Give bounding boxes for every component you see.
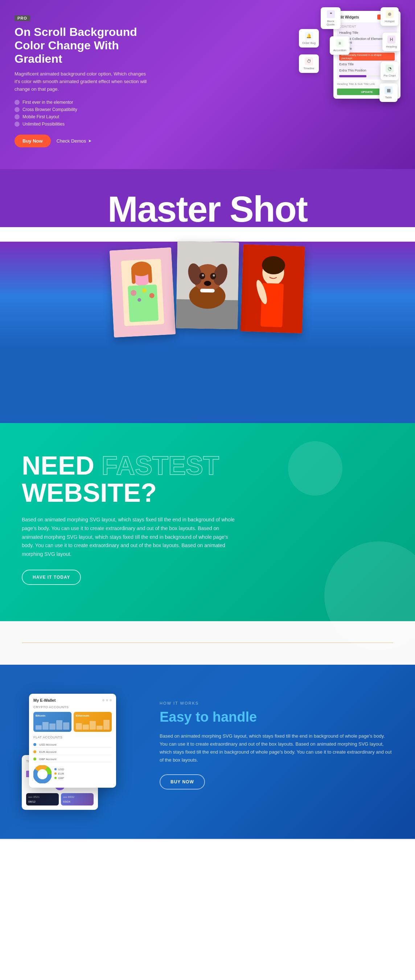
hero-content: PRO On Scroll Background Color Change Wi… [14, 14, 153, 147]
dark-card: •••• 4521 08/12 [26, 793, 59, 805]
legend-dot [54, 772, 57, 775]
photo-image-3 [240, 244, 305, 333]
crypto-chart [35, 719, 69, 730]
feature-item: Mobile First Layout [14, 114, 153, 119]
feature-item: Cross Browser Compatibility [14, 107, 153, 112]
svg-rect-9 [131, 269, 136, 284]
pie-chart-area: USD EUR GBP [33, 765, 112, 783]
flat-item-name: EUR Account [39, 750, 57, 754]
photos-strip-section [0, 242, 415, 350]
have-it-today-button[interactable]: HAVE IT TODAY [22, 570, 81, 585]
flat-item: GBP Account [33, 757, 112, 762]
icon-shape: ▦ [385, 86, 393, 94]
photo-card-2 [176, 241, 239, 329]
crypto-chart [76, 719, 110, 730]
header-dot [102, 699, 105, 702]
floating-block-quote-icon: ❝ Block Quote [321, 7, 340, 29]
easy-handle-content: HOW IT WORKS Easy to handle Based on ani… [160, 686, 393, 789]
photo-image-1 [110, 247, 176, 337]
icon-shape: ◔ [386, 65, 394, 73]
floating-order-icon: 🔔 Order Bug [299, 29, 319, 48]
icon-label: Accordion [333, 49, 347, 52]
hero-buttons: Buy Now Check Demos [14, 135, 153, 147]
master-shot-title: Master Shot [14, 191, 401, 227]
icon-shape: ⏱ [305, 57, 313, 65]
flat-item: USD Account [33, 742, 112, 748]
master-shot-section: Master Shot [0, 169, 415, 227]
icon-label: Hotspot [385, 20, 395, 23]
hero-features-list: First ever in the elementor Cross Browse… [14, 100, 153, 127]
widget-control-bar [339, 75, 366, 77]
header-dot [106, 699, 108, 702]
legend-label: GBP [58, 776, 64, 780]
bar [76, 723, 82, 730]
photo-svg-2 [176, 241, 239, 329]
crypto-cards: Bitcoin Ethereum [33, 712, 112, 732]
hero-description: Magnificent animated background color op… [14, 70, 153, 93]
wallet-header-dots [102, 699, 112, 702]
need-fastest-section: NEED FASTEST WEBSITE? Based on animated … [0, 423, 415, 621]
pie-chart-svg [33, 765, 51, 783]
icon-shape: H [388, 35, 396, 43]
floating-heading-icon: H Heading [382, 33, 401, 51]
bar [97, 725, 103, 730]
bar [49, 724, 56, 730]
legend-item: EUR [54, 772, 64, 775]
widget-action-label: UPDATE [361, 90, 372, 94]
legend-dot [54, 777, 57, 779]
icon-label: Heading [386, 45, 397, 48]
buy-now-button-2[interactable]: BUY NOW [160, 774, 205, 789]
card-date: 08/12 [28, 800, 57, 803]
card-label: •••• 8932 [63, 795, 91, 799]
check-demos-button[interactable]: Check Demos [57, 138, 92, 144]
need-description: Based on animated morphing SVG layout, w… [22, 515, 239, 559]
flat-dot [33, 750, 36, 753]
buy-now-button[interactable]: Buy Now [14, 135, 51, 147]
easy-handle-section: My E-Wallet Crypto accounts Bitcoin [0, 665, 415, 839]
bar [103, 720, 110, 730]
divider-line [22, 643, 393, 643]
easy-handle-description: Based on animated morphing SVG layout, w… [160, 732, 393, 764]
need-title-bold: NEED [22, 451, 102, 480]
floating-hotspot-icon: ⊕ Hotspot [380, 7, 399, 26]
card-label: •••• 4521 [28, 795, 57, 799]
bar [43, 722, 49, 730]
legend-label: EUR [58, 772, 64, 775]
crypto-section-title: Crypto accounts [33, 705, 112, 709]
icon-label: Table [385, 96, 392, 99]
icon-label: Pie Chart [383, 74, 396, 77]
bar [56, 720, 62, 730]
icon-shape: ≡ [336, 39, 344, 47]
photo-svg-3 [240, 244, 305, 333]
flat-item: EUR Account [33, 749, 112, 755]
flat-dot [33, 743, 36, 746]
legend-item: USD [54, 768, 64, 771]
bar [90, 721, 96, 730]
floating-table-icon: ▦ Table [380, 83, 398, 102]
bottom-divider [0, 839, 415, 840]
deco-circle-2 [288, 441, 342, 496]
floating-pie-icon: ◔ Pie Chart [380, 62, 399, 80]
blue-bottom-section [0, 350, 415, 423]
flat-item-name: USD Account [39, 743, 57, 746]
feature-item: Unlimited Possibilities [14, 121, 153, 127]
bar [35, 725, 42, 730]
wallet-panel-header: My E-Wallet [33, 698, 112, 702]
crypto-card-eth: Ethereum [74, 712, 112, 732]
svg-rect-10 [148, 268, 153, 283]
need-fastest-title: NEED FASTEST WEBSITE? [22, 452, 276, 507]
floating-timeline-icon: ⏱ Timeline [299, 54, 319, 73]
floating-accordion-icon: ≡ Accordion [330, 36, 350, 55]
wallet-mockup: My E-Wallet Crypto accounts Bitcoin [22, 686, 138, 810]
card-row: •••• 4521 08/12 •••• 8932 03/24 [26, 793, 94, 805]
icon-label: Block Quote [324, 20, 338, 26]
crypto-card-bitcoin: Bitcoin [33, 712, 72, 732]
need-title-outline: FASTEST [102, 451, 219, 480]
legend-dot [54, 768, 57, 770]
bar [63, 722, 69, 730]
photo-card-3 [240, 244, 305, 333]
flat-dot [33, 757, 36, 760]
icon-shape: ❝ [327, 10, 335, 18]
hero-section: PRO On Scroll Background Color Change Wi… [0, 0, 415, 169]
flat-section: Flat accounts USD Account EUR Account GB… [33, 735, 112, 762]
